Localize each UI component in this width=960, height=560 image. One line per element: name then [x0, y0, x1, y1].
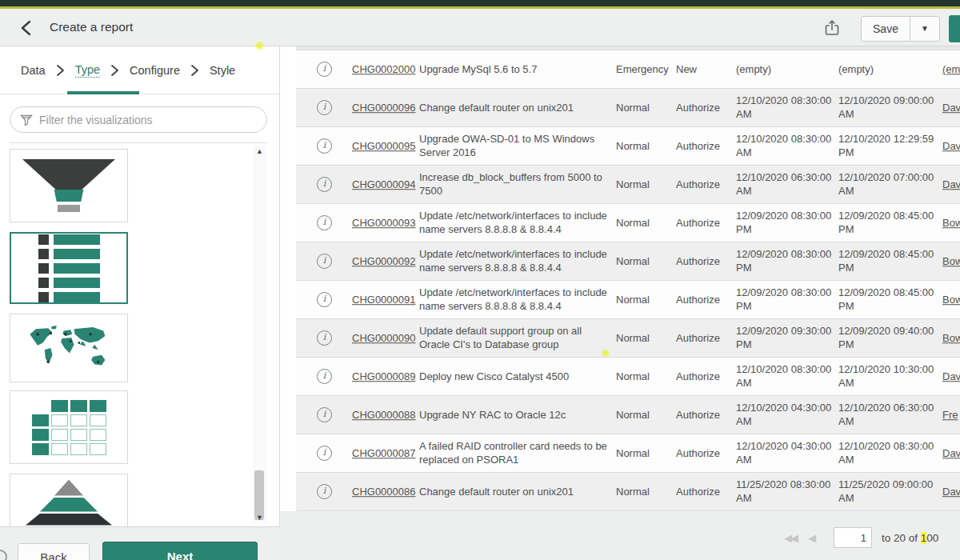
- end-date-cell: 12/09/2020 08:45:00 PM: [838, 286, 939, 314]
- table-row[interactable]: i CHG0000090 Update default support grou…: [296, 319, 960, 358]
- change-number-link[interactable]: CHG0000087: [352, 446, 418, 461]
- scroll-down-icon[interactable]: ▼: [253, 514, 266, 522]
- next-button[interactable]: Next: [102, 542, 258, 560]
- breadcrumb-step-type[interactable]: Type: [75, 63, 100, 78]
- funnel-chart-icon: [22, 159, 115, 212]
- change-number-link[interactable]: CHG0000093: [352, 216, 418, 230]
- type-cell: Normal: [616, 331, 676, 346]
- assignee-link[interactable]: Bow: [942, 254, 960, 269]
- type-cell: Normal: [616, 370, 676, 384]
- viz-list-scrollbar[interactable]: ▲ ▼: [253, 146, 266, 523]
- assignee-link[interactable]: Dav: [942, 485, 960, 499]
- breadcrumb-step-style[interactable]: Style: [210, 64, 235, 77]
- viz-thumbnail-map[interactable]: [10, 314, 128, 382]
- short-description-cell: Update /etc/network/interfaces to includ…: [419, 247, 613, 275]
- row-info-icon[interactable]: i: [317, 177, 333, 193]
- back-icon[interactable]: [18, 18, 37, 38]
- breadcrumb-step-configure[interactable]: Configure: [130, 64, 180, 77]
- table-row[interactable]: i CHG0000089 Deploy new Cisco Catalyst 4…: [296, 358, 960, 396]
- table-row[interactable]: i CHG0000088 Upgrade NY RAC to Oracle 12…: [296, 396, 960, 434]
- change-number-link[interactable]: CHG0000086: [352, 485, 418, 499]
- row-info-icon[interactable]: i: [317, 215, 333, 231]
- assignee-link[interactable]: Dav: [942, 101, 960, 115]
- previous-page-icon[interactable]: ◀: [808, 532, 814, 544]
- change-number-link[interactable]: CHG0000091: [352, 293, 418, 307]
- row-info-icon[interactable]: i: [317, 62, 333, 78]
- back-button[interactable]: Back: [18, 543, 90, 560]
- table-row[interactable]: i CHG0000086 Change default router on un…: [296, 473, 960, 511]
- assignee-link[interactable]: Dav: [942, 178, 960, 192]
- change-number-link[interactable]: CHG0002000: [352, 62, 418, 77]
- change-number-link[interactable]: CHG0000096: [352, 101, 418, 115]
- viz-thumbnail-list[interactable]: [10, 232, 128, 304]
- scroll-up-icon[interactable]: ▲: [253, 147, 266, 155]
- short-description-cell: Deploy new Cisco Catalyst 4500: [419, 370, 613, 384]
- end-date-cell: 12/09/2020 09:40:00 PM: [838, 324, 939, 352]
- row-info-icon[interactable]: i: [317, 292, 333, 308]
- pagination: ◀◀ ◀ to 20 of 100: [784, 527, 938, 548]
- row-info-icon[interactable]: i: [317, 138, 333, 154]
- chevron-right-icon: [110, 64, 119, 77]
- assignee-link[interactable]: Dav: [942, 370, 960, 384]
- change-number-link[interactable]: CHG0000094: [352, 178, 418, 192]
- pagination-range-label: to 20 of 100: [882, 532, 938, 544]
- end-date-cell: (empty): [838, 62, 939, 77]
- assignee-link[interactable]: Bow: [942, 331, 960, 346]
- row-info-icon[interactable]: i: [317, 484, 333, 500]
- save-button[interactable]: Save: [861, 16, 910, 42]
- table-row[interactable]: i CHG0000094 Increase db_block_buffers f…: [296, 166, 960, 204]
- row-info-icon[interactable]: i: [317, 407, 333, 423]
- row-info-icon[interactable]: i: [317, 100, 333, 116]
- row-info-icon[interactable]: i: [317, 369, 333, 385]
- scrollbar-thumb[interactable]: [254, 470, 264, 520]
- change-number-link[interactable]: CHG0000090: [352, 331, 418, 346]
- change-number-link[interactable]: CHG0000092: [352, 254, 418, 269]
- short-description-cell: Update /etc/network/interfaces to includ…: [419, 209, 613, 237]
- table-row[interactable]: i CHG0000092 Update /etc/network/interfa…: [296, 242, 960, 281]
- assignee-link[interactable]: (empty): [942, 62, 960, 77]
- change-number-link[interactable]: CHG0000089: [352, 370, 418, 384]
- table-row[interactable]: i CHG0000093 Update /etc/network/interfa…: [296, 204, 960, 242]
- start-date-cell: 12/10/2020 08:30:00 AM: [736, 362, 834, 390]
- short-description-cell: Increase db_block_buffers from 5000 to 7…: [419, 170, 613, 198]
- table-row[interactable]: i CHG0000087 A failed RAID controller ca…: [296, 434, 960, 473]
- table-row[interactable]: i CHG0002000 Upgrade MySql 5.6 to 5.7 Em…: [296, 50, 960, 89]
- assignee-link[interactable]: Fre: [942, 408, 960, 422]
- first-page-icon[interactable]: ◀◀: [784, 532, 797, 544]
- share-icon[interactable]: [822, 18, 842, 38]
- assignee-link[interactable]: Bow: [942, 216, 960, 230]
- wizard-footer: Back Next: [0, 526, 280, 560]
- viz-thumbnail-funnel[interactable]: [10, 149, 128, 222]
- assignee-link[interactable]: Bow: [942, 293, 960, 307]
- type-cell: Normal: [616, 485, 676, 499]
- short-description-cell: A failed RAID controller card needs to b…: [419, 439, 613, 467]
- viz-thumbnail-heatmap[interactable]: [10, 390, 128, 464]
- chevron-down-icon: ▼: [921, 24, 929, 33]
- save-dropdown-button[interactable]: ▼: [910, 16, 940, 42]
- change-number-link[interactable]: CHG0000095: [352, 139, 418, 154]
- app-header: Create a report Save ▼: [0, 9, 960, 46]
- row-info-icon[interactable]: i: [317, 330, 333, 346]
- assignee-link[interactable]: Dav: [942, 446, 960, 461]
- breadcrumb-step-data[interactable]: Data: [21, 64, 46, 77]
- table-row[interactable]: i CHG0000096 Change default router on un…: [296, 89, 960, 127]
- chevron-right-icon: [56, 64, 65, 77]
- change-number-link[interactable]: CHG0000088: [352, 408, 418, 422]
- row-info-icon[interactable]: i: [317, 446, 333, 462]
- wizard-breadcrumb: Data Type Configure Style: [0, 46, 279, 94]
- page-number-input[interactable]: [834, 527, 872, 548]
- table-row[interactable]: i CHG0000091 Update /etc/network/interfa…: [296, 281, 960, 319]
- filter-input[interactable]: [39, 114, 247, 126]
- page-title: Create a report: [50, 20, 133, 34]
- short-description-cell: Upgrade MySql 5.6 to 5.7: [419, 62, 613, 77]
- row-info-icon[interactable]: i: [317, 254, 333, 270]
- funnel-filter-icon: [20, 114, 33, 126]
- table-row[interactable]: i CHG0000095 Upgrade OWA-SD-01 to MS Win…: [296, 127, 960, 166]
- type-cell: Normal: [616, 446, 676, 461]
- type-cell: Normal: [616, 178, 676, 192]
- chevron-right-icon: [190, 64, 199, 77]
- pyramid-chart-icon: [26, 480, 112, 526]
- help-icon-partial[interactable]: [0, 550, 7, 560]
- run-button-partial[interactable]: [949, 15, 960, 42]
- assignee-link[interactable]: Dav: [942, 139, 960, 154]
